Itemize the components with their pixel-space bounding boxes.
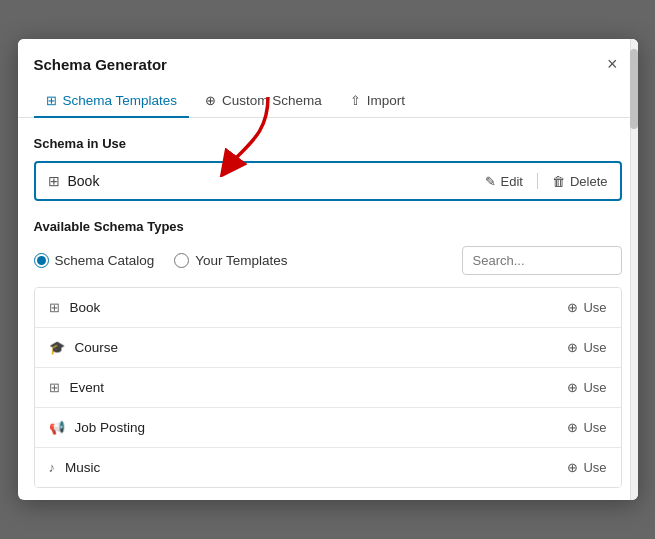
tab-custom-schema[interactable]: ⊕ Custom Schema: [193, 85, 334, 118]
schema-in-use-actions: ✎ Edit 🗑 Delete: [485, 173, 608, 189]
use-music-button[interactable]: ⊕ Use: [567, 460, 606, 475]
tab-bar: ⊞ Schema Templates ⊕ Custom Schema ⇧ Imp…: [18, 75, 638, 118]
radio-catalog-label: Schema Catalog: [55, 253, 155, 268]
tab-import[interactable]: ⇧ Import: [338, 85, 417, 118]
tab-schema-templates[interactable]: ⊞ Schema Templates: [34, 85, 190, 118]
dialog-header: Schema Generator ×: [18, 39, 638, 75]
schema-in-use-name: Book: [68, 173, 100, 189]
actions-divider: [537, 173, 538, 189]
edit-button[interactable]: ✎ Edit: [485, 174, 523, 189]
schema-templates-icon: ⊞: [46, 93, 57, 108]
schema-item-name: Course: [75, 340, 119, 355]
list-item: 📢 Job Posting ⊕ Use: [35, 408, 621, 448]
list-item: ♪ Music ⊕ Use: [35, 448, 621, 487]
book-icon: ⊞: [49, 300, 60, 315]
list-item: ⊞ Book ⊕ Use: [35, 288, 621, 328]
edit-icon: ✎: [485, 174, 496, 189]
tab-custom-schema-label: Custom Schema: [222, 93, 322, 108]
delete-button[interactable]: 🗑 Delete: [552, 174, 608, 189]
use-job-posting-button[interactable]: ⊕ Use: [567, 420, 606, 435]
filter-row: Schema Catalog Your Templates: [34, 246, 622, 275]
trash-icon: 🗑: [552, 174, 565, 189]
event-icon: ⊞: [49, 380, 60, 395]
use-label: Use: [583, 340, 606, 355]
plus-circle-use-icon: ⊕: [567, 420, 578, 435]
plus-circle-icon: ⊕: [205, 93, 216, 108]
use-label: Use: [583, 300, 606, 315]
radio-templates-label: Your Templates: [195, 253, 287, 268]
search-input[interactable]: [462, 246, 622, 275]
import-icon: ⇧: [350, 93, 361, 108]
delete-label: Delete: [570, 174, 608, 189]
edit-label: Edit: [501, 174, 523, 189]
music-icon: ♪: [49, 460, 56, 475]
schema-item-left: 🎓 Course: [49, 340, 119, 355]
course-icon: 🎓: [49, 340, 65, 355]
dialog-title: Schema Generator: [34, 56, 167, 73]
schema-generator-dialog: Schema Generator × ⊞ Schema Templates ⊕ …: [18, 39, 638, 500]
use-event-button[interactable]: ⊕ Use: [567, 380, 606, 395]
use-book-button[interactable]: ⊕ Use: [567, 300, 606, 315]
schema-in-use-label: Schema in Use: [34, 136, 622, 151]
plus-circle-use-icon: ⊕: [567, 460, 578, 475]
schema-item-name: Book: [70, 300, 101, 315]
schema-item-name: Music: [65, 460, 100, 475]
radio-group: Schema Catalog Your Templates: [34, 253, 288, 268]
schema-in-use-box: ⊞ Book ✎ Edit 🗑 Delete: [34, 161, 622, 201]
plus-circle-use-icon: ⊕: [567, 380, 578, 395]
use-course-button[interactable]: ⊕ Use: [567, 340, 606, 355]
schema-item-name: Job Posting: [75, 420, 146, 435]
schema-item-left: ♪ Music: [49, 460, 101, 475]
book-schema-icon: ⊞: [48, 173, 60, 189]
job-posting-icon: 📢: [49, 420, 65, 435]
schema-item-left: ⊞ Book: [49, 300, 101, 315]
dialog-body: Schema in Use ⊞ Book ✎ Edit 🗑 Delete Ava…: [18, 118, 638, 500]
radio-templates-input[interactable]: [174, 253, 189, 268]
schema-list: ⊞ Book ⊕ Use 🎓 Course ⊕ Use: [34, 287, 622, 488]
schema-item-name: Event: [70, 380, 105, 395]
list-item: 🎓 Course ⊕ Use: [35, 328, 621, 368]
scrollbar-track: [630, 39, 638, 500]
scrollbar-thumb[interactable]: [630, 49, 638, 129]
schema-item-left: 📢 Job Posting: [49, 420, 146, 435]
close-button[interactable]: ×: [603, 53, 622, 75]
use-label: Use: [583, 420, 606, 435]
schema-item-left: ⊞ Event: [49, 380, 105, 395]
use-label: Use: [583, 460, 606, 475]
tab-schema-templates-label: Schema Templates: [63, 93, 178, 108]
available-label: Available Schema Types: [34, 219, 622, 234]
list-item: ⊞ Event ⊕ Use: [35, 368, 621, 408]
radio-your-templates[interactable]: Your Templates: [174, 253, 287, 268]
radio-catalog-input[interactable]: [34, 253, 49, 268]
schema-in-use-left: ⊞ Book: [48, 173, 100, 189]
use-label: Use: [583, 380, 606, 395]
radio-schema-catalog[interactable]: Schema Catalog: [34, 253, 155, 268]
plus-circle-use-icon: ⊕: [567, 340, 578, 355]
tab-import-label: Import: [367, 93, 405, 108]
plus-circle-use-icon: ⊕: [567, 300, 578, 315]
